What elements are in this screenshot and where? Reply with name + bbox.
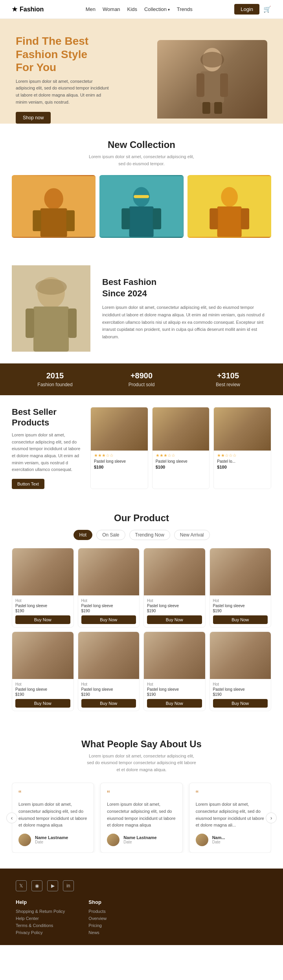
pg-name-2: Pastel long sleeve: [81, 604, 136, 608]
tab-trending[interactable]: Trending Now: [129, 530, 170, 540]
footer-overview[interactable]: Overview: [88, 916, 107, 921]
footer-news[interactable]: News: [88, 930, 107, 935]
product-card-2: ★★★☆☆ Pastel long sleeve $100: [152, 407, 210, 489]
author-avatar-2: [107, 834, 119, 846]
badge-4: Hot: [213, 599, 268, 603]
badge-3: Hot: [147, 599, 202, 603]
author-name-2: Name Lastname: [123, 835, 156, 840]
nav-kids[interactable]: Kids: [127, 6, 137, 12]
product-stars-3: ★★☆☆☆: [217, 453, 268, 458]
footer: 𝕏 ◉ ▶ in Help Shopping & Return Policy H…: [0, 869, 283, 945]
svg-point-19: [221, 187, 238, 207]
product-grid-img-7: [144, 632, 205, 679]
pg-name-3: Pastel long sleeve: [147, 604, 202, 608]
buy-button-3[interactable]: Buy Now: [147, 615, 202, 624]
badge-8: Hot: [213, 682, 268, 686]
svg-rect-5: [202, 102, 210, 114]
product-grid-card-1: Hot Pastel long sleeve $190 Buy Now: [12, 548, 74, 628]
product-info-3: ★★☆☆☆ Pastel lo... $100: [214, 451, 271, 472]
testimonial-text-3: Lorem ipsum dolor sit amet, consectetur …: [196, 801, 265, 829]
youtube-icon[interactable]: ▶: [47, 880, 58, 891]
badge-1: Hot: [15, 599, 70, 603]
pg-name-1: Pastel long sleeve: [15, 604, 70, 608]
buy-button-2[interactable]: Buy Now: [81, 615, 136, 624]
stat-sold-label: Product sold: [98, 382, 185, 387]
product-grid-img-3: [144, 548, 205, 595]
stat-sold-number: +8900: [98, 371, 185, 380]
footer-products[interactable]: Products: [88, 909, 107, 914]
buy-button-1[interactable]: Buy Now: [15, 615, 70, 624]
buy-button-8[interactable]: Buy Now: [213, 699, 268, 708]
new-collection-subtitle: Lorem ipsum dolor sit amet, consectetur …: [86, 153, 197, 167]
svg-rect-4: [220, 73, 228, 97]
footer-privacy[interactable]: Privacy Policy: [16, 930, 65, 935]
buy-button-7[interactable]: Buy Now: [147, 699, 202, 708]
footer-terms[interactable]: Terms & Conditions: [16, 923, 65, 928]
testimonial-3: “ Lorem ipsum dolor sit amet, consectetu…: [189, 783, 271, 852]
new-collection-section: New Collection Lorem ipsum dolor sit ame…: [0, 124, 283, 254]
hero-body: Lorem ipsum dolor sit amet, consectetur …: [16, 78, 110, 106]
login-button[interactable]: Login: [234, 4, 259, 15]
svg-point-2: [200, 52, 224, 68]
product-grid-img-8: [210, 632, 271, 679]
product-grid-img-5: [12, 632, 74, 679]
cart-icon[interactable]: 🛒: [263, 5, 271, 13]
tab-new-arrival[interactable]: New Arrival: [174, 530, 210, 540]
product-grid-img-6: [78, 632, 140, 679]
tab-on-sale[interactable]: On Sale: [96, 530, 125, 540]
pg-name-4: Pastel long sleeve: [213, 604, 268, 608]
footer-pricing[interactable]: Pricing: [88, 923, 107, 928]
collection-card-1: [12, 175, 96, 238]
author-date-2: Date: [123, 840, 156, 844]
svg-rect-21: [209, 208, 218, 229]
instagram-icon[interactable]: ◉: [31, 880, 42, 891]
testimonial-text-2: Lorem ipsum dolor sit amet, consectetur …: [107, 801, 176, 829]
star-icon: ★: [12, 5, 17, 13]
product-stars-2: ★★★☆☆: [156, 453, 206, 458]
svg-rect-9: [40, 208, 67, 237]
testimonial-prev-button[interactable]: ‹: [6, 812, 17, 823]
nav-collection[interactable]: Collection: [144, 6, 170, 12]
tab-hot[interactable]: Hot: [74, 530, 93, 540]
svg-rect-14: [129, 206, 154, 237]
nav-men[interactable]: Men: [86, 6, 96, 12]
collection-card-2: [99, 175, 183, 238]
footer-links: Help Shopping & Return Policy Help Cente…: [16, 899, 267, 937]
buy-button-5[interactable]: Buy Now: [15, 699, 70, 708]
svg-rect-17: [134, 195, 149, 198]
footer-shopping-policy[interactable]: Shopping & Return Policy: [16, 909, 65, 914]
author-name-3: Nam...: [212, 835, 225, 840]
svg-rect-15: [122, 208, 130, 229]
pg-name-8: Pastel long sleeve: [213, 687, 268, 692]
linkedin-icon[interactable]: in: [63, 880, 74, 891]
svg-point-25: [35, 279, 67, 295]
pg-price-3: $190: [147, 609, 202, 613]
hero-model-image: [157, 40, 267, 119]
product-card-1: ★★★☆☆ Pastel long sleeve $100: [90, 407, 148, 489]
stat-sold: +8900 Product sold: [98, 371, 185, 387]
best-seller-section: Best Seller Products Lorem ipsum dolor s…: [0, 395, 283, 500]
svg-rect-3: [197, 73, 204, 97]
shop-now-button[interactable]: Shop now: [16, 112, 51, 124]
product-grid-card-4: Hot Pastel long sleeve $190 Buy Now: [209, 548, 272, 628]
nav-trends[interactable]: Trends: [177, 6, 193, 12]
new-collection-title: New Collection: [12, 139, 271, 150]
hero-headline: Find The Best Fashion Style For You: [16, 35, 157, 74]
testimonial-author-2: Name Lastname Date: [107, 834, 176, 846]
testimonial-next-button[interactable]: ›: [266, 812, 277, 823]
pg-price-5: $190: [15, 692, 70, 697]
nav-woman[interactable]: Woman: [103, 6, 120, 12]
twitter-icon[interactable]: 𝕏: [16, 880, 27, 891]
best-seller-button[interactable]: Button Text: [12, 479, 44, 489]
buy-button-6[interactable]: Buy Now: [81, 699, 136, 708]
footer-help-center[interactable]: Help Center: [16, 916, 65, 921]
stat-founded: 2015 Fashion founded: [12, 371, 98, 387]
author-avatar-1: [18, 834, 31, 846]
stat-founded-label: Fashion founded: [12, 382, 98, 387]
best-fashion-body: Lorem ipsum dolor sit amet, consectetur …: [102, 304, 271, 340]
product-info-2: ★★★☆☆ Pastel long sleeve $100: [153, 451, 209, 472]
buy-button-4[interactable]: Buy Now: [213, 615, 268, 624]
product-grid-card-8: Hot Pastel long sleeve $190 Buy Now: [209, 631, 272, 711]
footer-shop: Shop Products Overview Pricing News: [88, 899, 107, 937]
pg-price-7: $190: [147, 692, 202, 697]
